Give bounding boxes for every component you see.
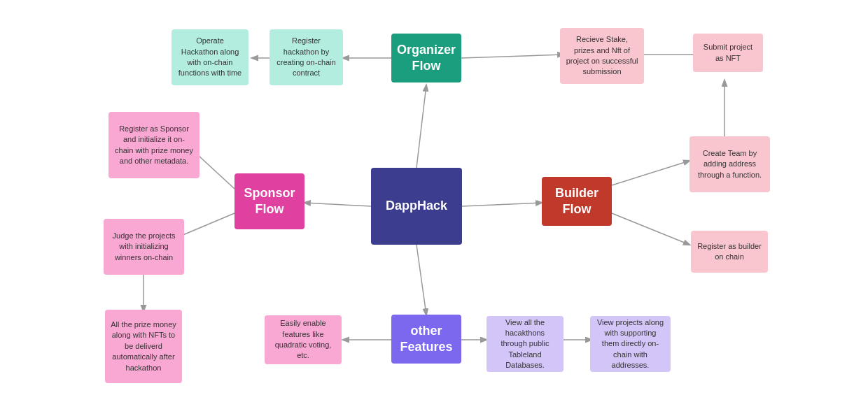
- svg-line-12: [612, 213, 690, 245]
- other-features-node: other Features: [391, 315, 461, 364]
- svg-line-6: [461, 55, 564, 58]
- create-team-box: Create Team by adding address through a …: [690, 136, 770, 192]
- svg-line-3: [416, 245, 426, 315]
- register-builder-box: Register as builder on chain: [691, 231, 768, 273]
- organizer-flow-node: Organizer Flow: [391, 34, 461, 82]
- svg-line-11: [612, 161, 690, 185]
- easily-enable-box: Easily enable features like quadratic vo…: [265, 315, 342, 364]
- svg-line-0: [416, 85, 426, 168]
- dapphack-node: DappHack: [371, 168, 462, 245]
- diagram-container: DappHack Organizer Flow Sponsor Flow Bui…: [0, 0, 868, 402]
- view-projects-box: View projects along with supporting them…: [590, 316, 671, 372]
- svg-line-1: [304, 203, 371, 206]
- register-hackathon-box: Register hackathon by creating on-chain …: [270, 29, 343, 85]
- submit-project-nft-box: Submit project as NFT: [693, 34, 763, 72]
- other-features-label: other Features: [397, 323, 456, 356]
- register-sponsor-box: Register as Sponsor and initialize it on…: [108, 112, 200, 178]
- sponsor-flow-label: Sponsor Flow: [240, 185, 299, 218]
- recieve-stake-box: Recieve Stake, prizes and Nft of project…: [560, 28, 644, 84]
- view-hackathons-box: View all the hacakthons through public T…: [486, 316, 564, 372]
- operate-hackathon-box: Operate Hackathon along with on-chain fu…: [172, 29, 248, 85]
- dapphack-label: DappHack: [386, 198, 447, 214]
- judge-projects-box: Judge the projects with initializing win…: [104, 219, 184, 275]
- all-prize-money-box: All the prize money along with NFTs to b…: [105, 310, 182, 383]
- organizer-flow-label: Organizer Flow: [397, 42, 456, 75]
- svg-line-2: [462, 203, 542, 206]
- builder-flow-label: Builder Flow: [547, 185, 606, 218]
- sponsor-flow-node: Sponsor Flow: [234, 173, 304, 229]
- builder-flow-node: Builder Flow: [542, 177, 612, 226]
